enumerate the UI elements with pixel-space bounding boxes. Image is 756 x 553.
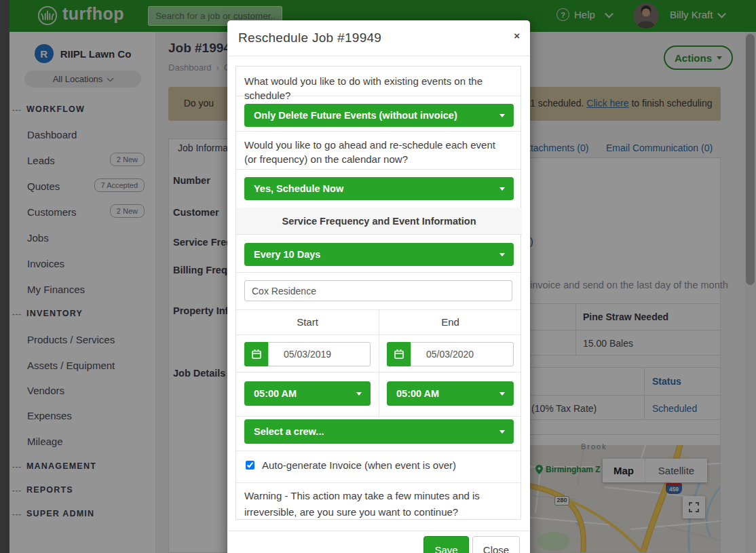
save-button[interactable]: Save: [423, 536, 469, 553]
end-date-input[interactable]: [411, 342, 514, 366]
section-header: Service Frequency and Event Information: [236, 208, 522, 235]
frequency-select[interactable]: Every 10 Days: [244, 243, 514, 266]
modal-title: Reschedule Job #19949: [238, 31, 381, 45]
app-screen: turfhop ? Help Billy Kraft R RIIPL Lawn …: [0, 0, 756, 553]
start-date-calendar-button[interactable]: [244, 342, 268, 366]
existing-events-select[interactable]: Only Delete Future Events (without invoi…: [244, 104, 514, 127]
caret-down-icon: [499, 253, 505, 256]
end-date-calendar-button[interactable]: [387, 342, 411, 366]
caret-down-icon: [356, 392, 362, 396]
existing-events-question: What would you like to do with existing …: [244, 74, 514, 102]
reschedule-now-select[interactable]: Yes, Schedule Now: [244, 177, 514, 200]
reschedule-job-modal: Reschedule Job #19949 × What would you l…: [227, 20, 530, 553]
calendar-icon: [394, 349, 404, 360]
job-name-input[interactable]: [244, 280, 512, 301]
auto-invoice-label[interactable]: Auto-generate Invoice (when event is ove…: [262, 459, 456, 471]
start-date-input[interactable]: [268, 342, 371, 366]
start-column-header: Start: [236, 316, 379, 328]
end-column-header: End: [379, 316, 522, 328]
calendar-icon: [251, 349, 262, 360]
crew-select[interactable]: Select a crew...: [244, 419, 514, 444]
reschedule-now-question: Would you like to go ahead and re-schedu…: [244, 138, 509, 166]
close-button[interactable]: Close: [472, 536, 520, 553]
warning-text: Warning - This action may take a few min…: [244, 488, 516, 520]
modal-form-box: What would you like to do with existing …: [235, 66, 521, 520]
start-time-select[interactable]: 05:00 AM: [244, 381, 371, 406]
caret-down-icon: [499, 187, 505, 191]
caret-down-icon: [499, 114, 505, 117]
auto-invoice-checkbox[interactable]: [246, 461, 254, 470]
caret-down-icon: [499, 430, 505, 434]
caret-down-icon: [499, 392, 505, 396]
modal-close-button[interactable]: ×: [514, 31, 520, 41]
end-time-select[interactable]: 05:00 AM: [387, 381, 514, 406]
